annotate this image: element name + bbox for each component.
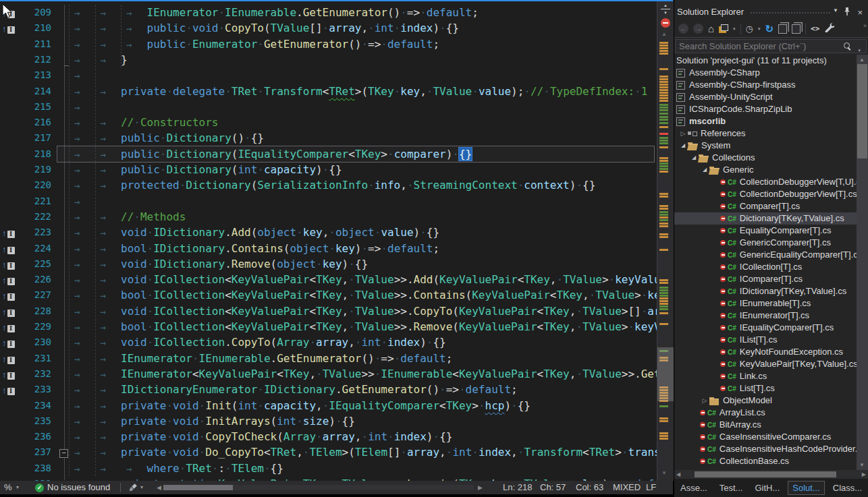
line-number[interactable]: 239: [20, 476, 51, 481]
code-line-224[interactable]: ↑I224bool·IDictionary.Contains(object·ke…: [0, 241, 673, 256]
document-health-error-icon[interactable]: [661, 18, 670, 28]
code-line-227[interactable]: ↑I227bool·ICollection<KeyValuePair<TKey,…: [0, 287, 673, 303]
tree-item-collectiondebuggerview-t-cs[interactable]: C#CollectionDebuggerView[T].cs: [674, 188, 857, 200]
horizontal-scrollbar-thumb[interactable]: [163, 485, 233, 490]
tree-item-collections[interactable]: ◢Collections: [674, 152, 857, 164]
code-line-228[interactable]: ↑I228void·ICollection<KeyValuePair<TKey,…: [0, 303, 673, 319]
split-window-handle-icon[interactable]: ▲▼: [660, 4, 671, 15]
line-number[interactable]: 215: [20, 99, 51, 115]
line-number[interactable]: 235: [20, 413, 51, 429]
tree-item-system[interactable]: ◢System: [674, 140, 857, 152]
tool-window-tab-gith[interactable]: GitH...: [751, 481, 784, 494]
code-line-239[interactable]: 239private·static·KeyValuePair<TKey,·TVa…: [0, 476, 673, 481]
tree-item-equalitycomparer-t-cs[interactable]: C#EqualityComparer[T].cs: [674, 225, 857, 237]
tree-item-caseinsensitivecomparer-cs[interactable]: C#CaseInsensitiveComparer.cs: [674, 431, 857, 443]
code-line-213[interactable]: 213: [0, 67, 673, 83]
scroll-left-arrow-icon[interactable]: ◀: [157, 481, 161, 494]
tree-vertical-scrollbar[interactable]: ▲ ▼: [857, 55, 868, 470]
pin-icon[interactable]: [844, 7, 850, 18]
code-line-216[interactable]: 216//·Constructors: [0, 115, 673, 130]
expand-arrow-icon[interactable]: ▷: [678, 127, 688, 140]
fold-collapse-icon[interactable]: −: [59, 449, 68, 458]
tool-window-tab-test[interactable]: Test...: [715, 481, 747, 494]
tree-item-ienumerable-t-cs[interactable]: C#IEnumerable[T].cs: [674, 297, 857, 310]
tree-item-caseinsensitivehashcodeprovider-cs[interactable]: C#CaseInsensitiveHashCodeProvider.cs: [674, 443, 857, 455]
implements-glyph-icon[interactable]: ↑I: [2, 289, 20, 300]
implements-glyph-icon[interactable]: ↑I: [2, 243, 20, 254]
code-line-233[interactable]: ↑I233IDictionaryEnumerator·IDictionary.G…: [0, 382, 673, 397]
code-line-214[interactable]: 214private·delegate·TRet·Transform<TRet>…: [0, 84, 673, 99]
tree-item-ienumerator-t-cs[interactable]: C#IEnumerator[T].cs: [674, 310, 857, 322]
code-line-237[interactable]: 237private·void·Do_CopyTo<TRet,·TElem>(T…: [0, 444, 673, 460]
line-number[interactable]: 211: [20, 36, 51, 52]
editor-scrollbar-thumb[interactable]: [657, 347, 674, 401]
tool-window-tab-solut[interactable]: Solut...: [788, 481, 824, 495]
line-number[interactable]: 226: [20, 272, 51, 287]
refresh-button[interactable]: ↻: [765, 24, 774, 34]
code-line-222[interactable]: 222//·Methods: [0, 209, 673, 225]
tree-item-icsharpcode-sharpziplib[interactable]: ICSharpCode.SharpZipLib: [674, 103, 857, 115]
code-editor[interactable]: ↑I209IEnumerator·IEnumerable.GetEnumerat…: [0, 0, 673, 481]
collapse-all-button[interactable]: [778, 24, 787, 34]
line-number[interactable]: 217: [20, 130, 51, 146]
tree-item-assembly-csharp[interactable]: Assembly-CSharp: [674, 67, 857, 79]
implements-glyph-icon[interactable]: ↑I: [2, 227, 20, 237]
tree-item-comparer-t-cs[interactable]: C#Comparer[T].cs: [674, 200, 857, 212]
scroll-up-arrow-icon[interactable]: ▲: [661, 31, 667, 37]
code-line-231[interactable]: ↑I231IEnumerator·IEnumerable.GetEnumerat…: [0, 351, 673, 366]
tree-item-references[interactable]: ▷References: [674, 127, 857, 140]
tree-item-objectmodel[interactable]: ▷ObjectModel: [674, 394, 857, 407]
implements-glyph-icon[interactable]: ↑I: [2, 337, 20, 347]
tool-window-tab-asse[interactable]: Asse...: [676, 481, 711, 494]
line-number[interactable]: 219: [20, 162, 51, 177]
scroll-right-arrow-icon[interactable]: ▶: [862, 471, 866, 477]
tree-item-idictionary-tkey-tvalue-cs[interactable]: C#IDictionary[TKey,TValue].cs: [674, 285, 857, 297]
line-number[interactable]: 227: [20, 287, 51, 303]
line-number[interactable]: 232: [20, 366, 51, 382]
code-line-232[interactable]: ↑I232IEnumerator<KeyValuePair<TKey,·TVal…: [0, 366, 673, 382]
tree-item-iequalitycomparer-t-cs[interactable]: C#IEqualityComparer[T].cs: [674, 322, 857, 334]
tree-item-dictionary-tkey-tvalue-cs[interactable]: C#Dictionary[TKey,TValue].cs: [674, 212, 857, 225]
tree-item-collectiondebuggerview-t-u-cs[interactable]: C#CollectionDebuggerView[T,U].cs: [674, 176, 857, 188]
tree-item-icomparer-t-cs[interactable]: C#IComparer[T].cs: [674, 273, 857, 285]
implements-glyph-icon[interactable]: ↑I: [2, 305, 20, 316]
horizontal-scrollbar[interactable]: [163, 485, 474, 490]
view-code-button[interactable]: <>: [811, 24, 819, 33]
panel-title-bar[interactable]: Solution Explorer ▼ ×: [677, 7, 865, 19]
scroll-right-arrow-icon[interactable]: ▶: [478, 481, 483, 494]
line-number[interactable]: 234: [20, 398, 51, 413]
line-number[interactable]: 220: [20, 177, 51, 193]
code-line-215[interactable]: 215: [0, 99, 673, 115]
tree-item-list-t-cs[interactable]: C#List[T].cs: [674, 382, 857, 394]
tree-item-generic[interactable]: ◢Generic: [674, 164, 857, 176]
code-line-226[interactable]: ↑I226void·ICollection<KeyValuePair<TKey,…: [0, 272, 673, 287]
chevron-down-icon[interactable]: ▾: [733, 26, 736, 32]
code-line-225[interactable]: ↑I225void·IDictionary.Remove(object·key)…: [0, 256, 673, 272]
implements-glyph-icon[interactable]: ↑I: [2, 384, 20, 394]
tree-vertical-scrollbar-thumb[interactable]: [857, 64, 867, 158]
implements-glyph-icon[interactable]: ↑I: [2, 22, 20, 33]
tree-item-icollection-t-cs[interactable]: C#ICollection[T].cs: [674, 261, 857, 273]
line-number[interactable]: 214: [20, 84, 51, 99]
implements-glyph-icon[interactable]: ↑I: [2, 353, 20, 363]
code-line-219[interactable]: 219public·Dictionary(int·capacity)·{}: [0, 162, 673, 177]
line-number[interactable]: 212: [20, 52, 51, 67]
code-line-230[interactable]: ↑I230void·ICollection.CopyTo(Array·array…: [0, 334, 673, 350]
scroll-down-arrow-icon[interactable]: ▼: [859, 462, 865, 468]
back-button[interactable]: ←: [678, 24, 688, 34]
line-number[interactable]: 233: [20, 382, 51, 397]
search-input[interactable]: Search Solution Explorer (Ctrl+¨) ▾: [675, 39, 867, 53]
code-line-234[interactable]: 234private·void·Init(int·capacity,·IEqua…: [0, 398, 673, 413]
line-number[interactable]: 231: [20, 351, 51, 366]
switch-views-button[interactable]: [719, 24, 728, 33]
code-line-238[interactable]: 238where·TRet·:·TElem·{}: [0, 461, 673, 476]
line-number[interactable]: 238: [20, 461, 51, 476]
scroll-down-arrow-icon[interactable]: ▼: [661, 470, 667, 476]
forward-button[interactable]: →: [693, 24, 703, 34]
code-line-221[interactable]: 221: [0, 194, 673, 209]
line-number[interactable]: 237: [20, 444, 51, 460]
code-line-211[interactable]: 211public·Enumerator·GetEnumerator()·=>·…: [0, 36, 673, 52]
close-icon[interactable]: ×: [857, 7, 863, 18]
tree-item-genericequalitycomparer-t-cs[interactable]: C#GenericEqualityComparer[T].cs: [674, 249, 857, 261]
toolbar-overflow-button[interactable]: »: [863, 20, 867, 31]
